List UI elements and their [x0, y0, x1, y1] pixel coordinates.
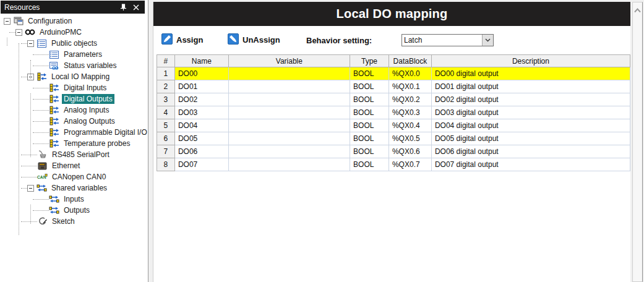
- table-row-do04[interactable]: 5DO04BOOL%QX0.4DO04 digital output: [157, 119, 630, 132]
- table-row-do02[interactable]: 3DO02BOOL%QX0.2DO02 digital output: [157, 93, 630, 106]
- cell-name: DO05: [174, 132, 228, 145]
- cell-num: 7: [157, 145, 175, 158]
- io-mapping-icon: [49, 83, 59, 93]
- cell-variable: [228, 158, 350, 171]
- assign-label: Assign: [176, 35, 203, 45]
- cell-type: BOOL: [350, 132, 389, 145]
- column-header-name: Name: [174, 55, 228, 67]
- tree-item-label: Digital Inputs: [62, 83, 108, 93]
- list-icon: [36, 39, 47, 48]
- cell-datablock: %QX0.5: [389, 132, 431, 145]
- tree-item-public-objects[interactable]: Public objects: [0, 38, 148, 49]
- cell-name: DO01: [174, 80, 228, 93]
- cell-description: DO07 digital output: [431, 158, 630, 171]
- io-mapping-icon: [49, 95, 59, 104]
- table-row-do06[interactable]: 7DO06BOOL%QX0.6DO06 digital output: [157, 145, 630, 158]
- behavior-setting-value: Latch: [402, 35, 482, 46]
- sketch-icon: [37, 217, 48, 226]
- behavior-setting-select[interactable]: Latch: [401, 34, 494, 46]
- tree-connector: [21, 43, 27, 44]
- cell-name: DO02: [174, 93, 228, 106]
- tree-item-status-variables[interactable]: Status variables: [0, 60, 148, 71]
- tree-item-label: Configuration: [26, 16, 74, 26]
- expand-collapse-box[interactable]: [27, 40, 34, 47]
- tree-item-programmable-digital-i-o[interactable]: Programmable Digital I/O: [0, 127, 148, 138]
- tree-connector: [33, 132, 49, 133]
- table-header-row: #NameVariableTypeDataBlockDescription: [157, 55, 630, 67]
- tree-item-canopen-can0[interactable]: CANCANopen CAN0: [0, 171, 148, 182]
- arduino-icon: [25, 28, 35, 37]
- table-row-do03[interactable]: 4DO03BOOL%QX0.3DO03 digital output: [157, 106, 630, 119]
- cell-name: DO04: [174, 119, 228, 132]
- io-mapping-icon: [36, 72, 47, 82]
- tree-item-arduinopmc[interactable]: ArduinoPMC: [0, 27, 148, 38]
- cell-num: 2: [157, 80, 175, 93]
- tree-item-digital-outputs[interactable]: Digital Outputs: [0, 93, 148, 105]
- tree-item-shared-variables[interactable]: Shared variables: [0, 182, 148, 194]
- tree-item-temperature-probes[interactable]: Temperature probes: [0, 138, 148, 149]
- pin-icon[interactable]: [118, 2, 128, 12]
- tree-connector: [33, 210, 49, 211]
- column-header-datablock: DataBlock: [389, 55, 431, 67]
- tree-item-parameters[interactable]: Parameters: [0, 49, 148, 60]
- cell-description: DO03 digital output: [431, 106, 630, 119]
- tree-connector: [33, 99, 49, 100]
- assign-icon: [161, 33, 173, 46]
- tree-item-digital-inputs[interactable]: Digital Inputs: [0, 82, 148, 93]
- close-icon[interactable]: [131, 2, 141, 12]
- tree-item-label: RS485 SerialPort: [50, 150, 111, 160]
- cell-datablock: %QX0.4: [389, 119, 431, 132]
- cell-variable: [228, 67, 350, 80]
- status-icon: [49, 61, 59, 70]
- tree-guide-line: [7, 38, 7, 46]
- expand-collapse-box[interactable]: [4, 18, 11, 25]
- list-icon: [49, 50, 59, 59]
- tree-item-label: Programmable Digital I/O: [62, 127, 148, 137]
- unassign-button[interactable]: UnAssign: [228, 33, 280, 46]
- tree-connector: [33, 143, 49, 144]
- tree-item-label: Analog Inputs: [62, 105, 111, 115]
- cell-type: BOOL: [350, 106, 389, 119]
- cell-type: BOOL: [350, 145, 389, 158]
- tree-item-label: Shared variables: [49, 183, 109, 193]
- cell-name: DO06: [174, 145, 228, 158]
- resources-panel: Resources ConfigurationArduinoPMCPublic …: [0, 0, 148, 282]
- chevron-down-icon[interactable]: [482, 35, 493, 46]
- table-row-do01[interactable]: 2DO01BOOL%QX0.1DO01 digital output: [157, 80, 630, 93]
- cell-datablock: %QX0.3: [389, 106, 431, 119]
- tree-guide-line: [19, 43, 19, 235]
- shared-vars-icon: [49, 206, 59, 215]
- io-mapping-icon: [49, 117, 59, 126]
- tree-item-analog-outputs[interactable]: Analog Outputs: [0, 116, 148, 127]
- cell-description: DO02 digital output: [431, 93, 630, 106]
- expand-collapse-box[interactable]: [27, 185, 34, 192]
- tree-item-sketch[interactable]: Sketch: [0, 216, 148, 227]
- panel-title: Local DO mapping: [153, 2, 630, 26]
- tree-item-inputs[interactable]: Inputs: [0, 194, 148, 205]
- table-row-do05[interactable]: 6DO05BOOL%QX0.5DO05 digital output: [157, 132, 630, 145]
- resources-title: Resources: [4, 3, 40, 12]
- tree-item-rs485-serialport[interactable]: RS485 SerialPort: [0, 149, 148, 160]
- tree-item-ethernet[interactable]: Ethernet: [0, 160, 148, 171]
- tree-item-outputs[interactable]: Outputs: [0, 205, 148, 216]
- cell-type: BOOL: [350, 119, 389, 132]
- resources-titlebar: Resources: [1, 1, 145, 14]
- tree-item-configuration[interactable]: Configuration: [0, 15, 148, 27]
- tree-item-label: Outputs: [62, 205, 92, 215]
- scroll-up-icon[interactable]: [634, 8, 641, 13]
- tree-guide-line: [30, 60, 31, 79]
- assign-button[interactable]: Assign: [161, 33, 203, 46]
- cell-type: BOOL: [350, 80, 389, 93]
- tree-item-analog-inputs[interactable]: Analog Inputs: [0, 105, 148, 116]
- expand-collapse-box[interactable]: [15, 29, 22, 36]
- tree-item-local-io-mapping[interactable]: Local IO Mapping: [0, 71, 148, 82]
- tree-connector: [21, 77, 27, 77]
- tree-connector: [33, 54, 49, 55]
- io-mapping-icon: [49, 128, 59, 137]
- table-row-do07[interactable]: 8DO07BOOL%QX0.7DO07 digital output: [157, 158, 630, 171]
- table-row-do00[interactable]: 1DO00BOOL%QX0.0DO00 digital output: [157, 67, 630, 80]
- cell-name: DO07: [174, 158, 228, 171]
- vertical-scrollbar[interactable]: [632, 2, 643, 282]
- can-icon: CAN: [37, 173, 48, 182]
- cell-description: DO05 digital output: [431, 132, 630, 145]
